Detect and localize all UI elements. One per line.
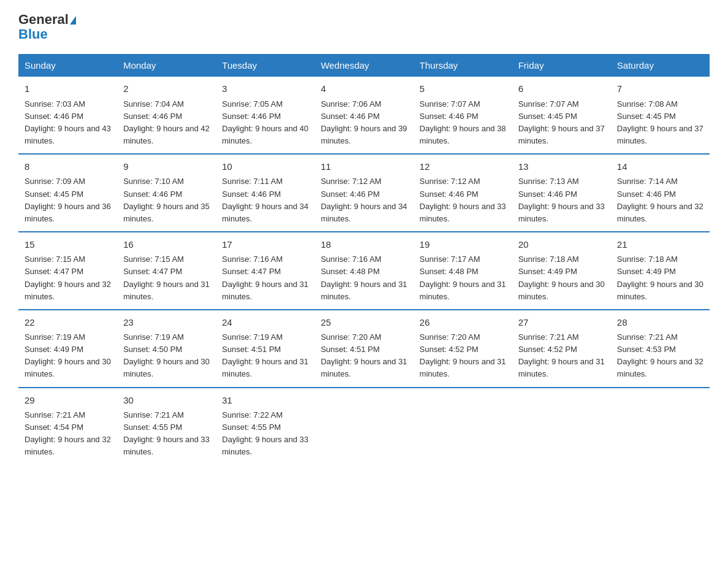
sunrise-label: Sunrise: 7:06 AM (320, 99, 381, 109)
sunrise-label: Sunrise: 7:12 AM (420, 177, 480, 186)
calendar-day-cell: 23 Sunrise: 7:19 AM Sunset: 4:50 PM Dayl… (117, 310, 216, 388)
sunrise-label: Sunrise: 7:18 AM (518, 255, 579, 264)
sunset-label: Sunset: 4:47 PM (25, 267, 83, 276)
sunrise-label: Sunrise: 7:13 AM (518, 177, 579, 186)
calendar-day-cell: 29 Sunrise: 7:21 AM Sunset: 4:54 PM Dayl… (18, 388, 117, 465)
weekday-header-saturday: Saturday (611, 54, 710, 77)
day-info: Sunrise: 7:16 AM Sunset: 4:48 PM Dayligh… (320, 253, 407, 303)
sunset-label: Sunset: 4:51 PM (222, 345, 281, 354)
day-info: Sunrise: 7:13 AM Sunset: 4:46 PM Dayligh… (518, 175, 605, 225)
day-info: Sunrise: 7:18 AM Sunset: 4:49 PM Dayligh… (617, 253, 703, 303)
day-number: 19 (420, 237, 506, 251)
sunset-label: Sunset: 4:48 PM (320, 267, 379, 276)
daylight-label: Daylight: 9 hours and 31 minutes. (420, 280, 506, 301)
sunrise-label: Sunrise: 7:12 AM (320, 177, 381, 186)
sunrise-label: Sunrise: 7:19 AM (25, 332, 85, 342)
day-info: Sunrise: 7:09 AM Sunset: 4:45 PM Dayligh… (25, 175, 111, 225)
sunset-label: Sunset: 4:55 PM (222, 423, 281, 432)
daylight-label: Daylight: 9 hours and 33 minutes. (420, 202, 506, 223)
day-info: Sunrise: 7:15 AM Sunset: 4:47 PM Dayligh… (123, 253, 210, 303)
day-number: 22 (25, 315, 111, 329)
sunrise-label: Sunrise: 7:21 AM (123, 410, 184, 419)
calendar-day-cell (512, 388, 611, 465)
sunrise-label: Sunrise: 7:05 AM (222, 99, 282, 109)
day-number: 7 (617, 82, 703, 96)
day-number: 11 (320, 159, 407, 174)
sunrise-label: Sunrise: 7:09 AM (25, 177, 85, 186)
sunrise-label: Sunrise: 7:18 AM (617, 255, 678, 264)
daylight-label: Daylight: 9 hours and 30 minutes. (123, 357, 210, 378)
sunrise-label: Sunrise: 7:10 AM (123, 177, 184, 186)
calendar-week-row: 1 Sunrise: 7:03 AM Sunset: 4:46 PM Dayli… (18, 77, 710, 154)
day-info: Sunrise: 7:12 AM Sunset: 4:46 PM Dayligh… (320, 175, 407, 225)
daylight-label: Daylight: 9 hours and 31 minutes. (123, 280, 210, 301)
day-number: 24 (222, 315, 308, 329)
sunset-label: Sunset: 4:45 PM (617, 112, 676, 121)
sunrise-label: Sunrise: 7:07 AM (518, 99, 579, 109)
day-info: Sunrise: 7:03 AM Sunset: 4:46 PM Dayligh… (25, 98, 111, 148)
sunset-label: Sunset: 4:52 PM (420, 345, 479, 354)
calendar-day-cell: 11 Sunrise: 7:12 AM Sunset: 4:46 PM Dayl… (314, 154, 413, 232)
daylight-label: Daylight: 9 hours and 37 minutes. (518, 124, 605, 145)
day-info: Sunrise: 7:21 AM Sunset: 4:55 PM Dayligh… (123, 409, 210, 459)
sunrise-label: Sunrise: 7:20 AM (320, 332, 381, 342)
day-info: Sunrise: 7:18 AM Sunset: 4:49 PM Dayligh… (518, 253, 605, 303)
sunrise-label: Sunrise: 7:03 AM (25, 99, 85, 109)
day-info: Sunrise: 7:11 AM Sunset: 4:46 PM Dayligh… (222, 175, 308, 225)
day-number: 12 (420, 159, 506, 174)
sunset-label: Sunset: 4:46 PM (123, 190, 182, 199)
day-number: 8 (25, 159, 111, 174)
logo-triangle-icon (70, 16, 76, 25)
day-info: Sunrise: 7:20 AM Sunset: 4:52 PM Dayligh… (420, 331, 506, 381)
daylight-label: Daylight: 9 hours and 38 minutes. (420, 124, 506, 145)
sunset-label: Sunset: 4:47 PM (123, 267, 182, 276)
day-number: 18 (320, 237, 407, 251)
sunset-label: Sunset: 4:45 PM (518, 112, 577, 121)
calendar-day-cell: 1 Sunrise: 7:03 AM Sunset: 4:46 PM Dayli… (18, 77, 117, 154)
sunset-label: Sunset: 4:51 PM (320, 345, 379, 354)
sunset-label: Sunset: 4:49 PM (617, 267, 676, 276)
sunrise-label: Sunrise: 7:19 AM (222, 332, 282, 342)
calendar-week-row: 8 Sunrise: 7:09 AM Sunset: 4:45 PM Dayli… (18, 154, 710, 232)
daylight-label: Daylight: 9 hours and 34 minutes. (222, 202, 308, 223)
day-info: Sunrise: 7:04 AM Sunset: 4:46 PM Dayligh… (123, 98, 210, 148)
day-info: Sunrise: 7:21 AM Sunset: 4:54 PM Dayligh… (25, 409, 111, 459)
weekday-header-monday: Monday (117, 54, 216, 77)
calendar-day-cell: 31 Sunrise: 7:22 AM Sunset: 4:55 PM Dayl… (216, 388, 314, 465)
sunset-label: Sunset: 4:45 PM (25, 190, 83, 199)
day-info: Sunrise: 7:19 AM Sunset: 4:51 PM Dayligh… (222, 331, 308, 381)
day-info: Sunrise: 7:05 AM Sunset: 4:46 PM Dayligh… (222, 98, 308, 148)
day-number: 23 (123, 315, 210, 329)
day-info: Sunrise: 7:12 AM Sunset: 4:46 PM Dayligh… (420, 175, 506, 225)
daylight-label: Daylight: 9 hours and 36 minutes. (25, 202, 111, 223)
daylight-label: Daylight: 9 hours and 31 minutes. (222, 357, 308, 378)
daylight-label: Daylight: 9 hours and 42 minutes. (123, 124, 210, 145)
daylight-label: Daylight: 9 hours and 32 minutes. (25, 280, 111, 301)
logo-blue: Blue (18, 27, 76, 42)
sunrise-label: Sunrise: 7:20 AM (420, 332, 480, 342)
day-number: 14 (617, 159, 703, 174)
day-number: 28 (617, 315, 703, 329)
daylight-label: Daylight: 9 hours and 32 minutes. (25, 435, 111, 456)
day-number: 3 (222, 82, 308, 96)
sunset-label: Sunset: 4:54 PM (25, 423, 83, 432)
day-number: 25 (320, 315, 407, 329)
sunset-label: Sunset: 4:46 PM (420, 112, 479, 121)
day-info: Sunrise: 7:15 AM Sunset: 4:47 PM Dayligh… (25, 253, 111, 303)
calendar-day-cell: 13 Sunrise: 7:13 AM Sunset: 4:46 PM Dayl… (512, 154, 611, 232)
daylight-label: Daylight: 9 hours and 32 minutes. (617, 357, 703, 378)
daylight-label: Daylight: 9 hours and 33 minutes. (222, 435, 308, 456)
sunrise-label: Sunrise: 7:15 AM (25, 255, 85, 264)
day-info: Sunrise: 7:21 AM Sunset: 4:53 PM Dayligh… (617, 331, 703, 381)
day-number: 26 (420, 315, 506, 329)
day-number: 20 (518, 237, 605, 251)
weekday-header-sunday: Sunday (18, 54, 117, 77)
day-number: 30 (123, 393, 210, 407)
sunrise-label: Sunrise: 7:22 AM (222, 410, 282, 419)
daylight-label: Daylight: 9 hours and 40 minutes. (222, 124, 308, 145)
calendar-day-cell: 12 Sunrise: 7:12 AM Sunset: 4:46 PM Dayl… (414, 154, 512, 232)
sunrise-label: Sunrise: 7:07 AM (420, 99, 480, 109)
day-info: Sunrise: 7:06 AM Sunset: 4:46 PM Dayligh… (320, 98, 407, 148)
sunset-label: Sunset: 4:46 PM (25, 112, 83, 121)
calendar-body: 1 Sunrise: 7:03 AM Sunset: 4:46 PM Dayli… (18, 77, 710, 464)
